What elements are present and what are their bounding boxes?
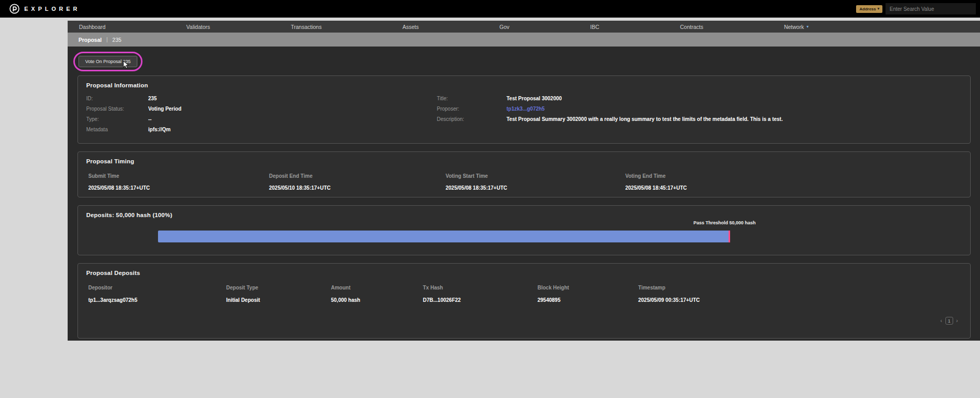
- timing-deposit-end-time-value: 2025/05/10 18:35:17+UTC: [269, 185, 446, 191]
- breadcrumb-proposal-id: 235: [113, 37, 122, 43]
- proposal-info-left-column: ID: 235 Proposal Status: Voting Period T…: [86, 96, 437, 137]
- timing-voting-start-time-value: 2025/05/08 18:35:17+UTC: [446, 185, 625, 191]
- field-description-label: Description:: [437, 116, 507, 122]
- timing-voting-end-time-value: 2025/05/08 18:45:17+UTC: [625, 185, 962, 191]
- breadcrumb-section[interactable]: Proposal: [78, 37, 102, 43]
- pagination-page-1[interactable]: 1: [945, 317, 953, 325]
- nav-item-dashboard[interactable]: Dashboard: [79, 24, 105, 30]
- proposal-deposits-card: Proposal Deposits Depositor Deposit Type…: [77, 263, 971, 339]
- timing-voting-end-time-label: Voting End Time: [625, 173, 962, 179]
- field-metadata-label: Metadata: [86, 127, 148, 132]
- nav-item-ibc[interactable]: IBC: [590, 24, 599, 30]
- cell-timestamp: 2025/05/09 00:35:17+UTC: [638, 297, 962, 303]
- network-label: Network: [784, 24, 804, 30]
- mouse-cursor-icon: [123, 60, 129, 69]
- timing-submit-time-label: Submit Time: [88, 173, 269, 179]
- field-title: Title: Test Proposal 3002000: [437, 96, 962, 101]
- cell-amount: 50,000 hash: [331, 297, 423, 303]
- deposits-progress-bar: [158, 231, 730, 242]
- field-proposal-status-label: Proposal Status:: [86, 106, 148, 112]
- field-proposal-status: Proposal Status: Voting Period: [86, 106, 437, 112]
- brand-name: EXPLORER: [24, 6, 81, 12]
- pass-threshold-marker: [729, 231, 730, 242]
- nav-item-network[interactable]: Network ▾: [784, 24, 809, 30]
- nav-item-validators[interactable]: Validators: [186, 24, 210, 30]
- timing-voting-end-time: Voting End Time 2025/05/08 18:45:17+UTC: [625, 173, 962, 191]
- search-area: Address ▾: [856, 3, 976, 14]
- proposal-information-card: Proposal Information ID: 235 Proposal St…: [77, 75, 971, 144]
- field-id: ID: 235: [86, 96, 437, 101]
- proposal-info-right-column: Title: Test Proposal 3002000 Proposer: t…: [437, 96, 962, 137]
- pagination-prev-icon[interactable]: ‹: [940, 318, 942, 324]
- nav-item-transactions[interactable]: Transactions: [291, 24, 322, 30]
- deposits-progress-title: Deposits: 50,000 hash (100%): [86, 212, 962, 218]
- search-type-label: Address: [859, 7, 876, 11]
- header-timestamp: Timestamp: [638, 285, 962, 290]
- proposer-address-link[interactable]: tp1zk3...g072h5: [507, 106, 545, 112]
- field-type-value: --: [148, 116, 152, 122]
- search-input[interactable]: [886, 3, 976, 14]
- brand[interactable]: EXPLORER: [9, 4, 81, 14]
- chevron-down-icon: ▾: [807, 24, 809, 29]
- main-content: Vote On Proposal 235 Proposal Informatio…: [68, 47, 980, 341]
- breadcrumb: Proposal | 235: [68, 33, 980, 47]
- timing-deposit-end-time-label: Deposit End Time: [269, 173, 446, 179]
- nav-item-contracts[interactable]: Contracts: [680, 24, 703, 30]
- field-type: Type: --: [86, 116, 437, 122]
- header-block-height: Block Height: [538, 285, 638, 290]
- field-description-value: Test Proposal Summary 3002000 with a rea…: [507, 116, 783, 122]
- nav-item-assets[interactable]: Assets: [402, 24, 419, 30]
- nav-item-gov[interactable]: Gov: [499, 24, 509, 30]
- field-type-label: Type:: [86, 116, 148, 122]
- page-content: Dashboard Validators Transactions Assets…: [68, 21, 980, 341]
- table-row: tp1...3arqzsag072h5 Initial Deposit 50,0…: [86, 290, 962, 303]
- timing-voting-start-time: Voting Start Time 2025/05/08 18:35:17+UT…: [446, 173, 625, 191]
- timing-submit-time-value: 2025/05/08 18:35:17+UTC: [88, 185, 269, 191]
- breadcrumb-divider: |: [106, 37, 108, 42]
- main-nav: Dashboard Validators Transactions Assets…: [68, 21, 980, 33]
- explorer-logo-icon: [9, 4, 20, 14]
- header-tx-hash: Tx Hash: [423, 285, 538, 290]
- proposal-information-grid: ID: 235 Proposal Status: Voting Period T…: [86, 96, 962, 137]
- header-depositor: Depositor: [88, 285, 226, 290]
- proposal-timing-card: Proposal Timing Submit Time 2025/05/08 1…: [77, 151, 971, 197]
- cell-deposit-type: Initial Deposit: [226, 297, 331, 303]
- field-proposer-label: Proposer:: [437, 106, 507, 112]
- timing-submit-time: Submit Time 2025/05/08 18:35:17+UTC: [88, 173, 269, 191]
- header-amount: Amount: [331, 285, 423, 290]
- field-metadata: Metadata ipfs://Qm: [86, 127, 437, 132]
- vote-button-area: Vote On Proposal 235: [78, 56, 137, 67]
- search-type-dropdown[interactable]: Address ▾: [856, 5, 882, 13]
- proposal-timing-grid: Submit Time 2025/05/08 18:35:17+UTC Depo…: [86, 173, 962, 191]
- field-title-label: Title:: [437, 96, 507, 101]
- header-deposit-type: Deposit Type: [226, 285, 331, 290]
- deposits-progress-card: Deposits: 50,000 hash (100%) Pass Thresh…: [77, 205, 971, 255]
- field-title-value: Test Proposal 3002000: [507, 96, 562, 101]
- field-id-value: 235: [148, 96, 157, 101]
- top-bar: EXPLORER Address ▾: [0, 0, 980, 18]
- deposits-table-header-row: Depositor Deposit Type Amount Tx Hash Bl…: [86, 276, 962, 290]
- caret-down-icon: ▾: [877, 7, 879, 11]
- pagination-next-icon[interactable]: ›: [956, 318, 958, 324]
- cell-depositor-link[interactable]: tp1...3arqzsag072h5: [88, 297, 226, 303]
- field-proposal-status-value: Voting Period: [148, 106, 181, 112]
- cell-block-height-link[interactable]: 29540895: [538, 297, 638, 303]
- timing-deposit-end-time: Deposit End Time 2025/05/10 18:35:17+UTC: [269, 173, 446, 191]
- proposal-information-title: Proposal Information: [86, 82, 962, 88]
- field-description: Description: Test Proposal Summary 30020…: [437, 116, 962, 122]
- cell-tx-hash-link[interactable]: D7B...10026F22: [423, 297, 538, 303]
- proposal-timing-title: Proposal Timing: [86, 158, 962, 164]
- field-proposer: Proposer: tp1zk3...g072h5: [437, 106, 962, 112]
- proposal-deposits-title: Proposal Deposits: [86, 270, 962, 276]
- field-id-label: ID:: [86, 96, 148, 101]
- field-metadata-value: ipfs://Qm: [148, 127, 170, 132]
- pass-threshold-label: Pass Threshold 50,000 hash: [693, 220, 756, 225]
- timing-voting-start-time-label: Voting Start Time: [446, 173, 625, 179]
- pagination: ‹ 1 ›: [940, 317, 958, 325]
